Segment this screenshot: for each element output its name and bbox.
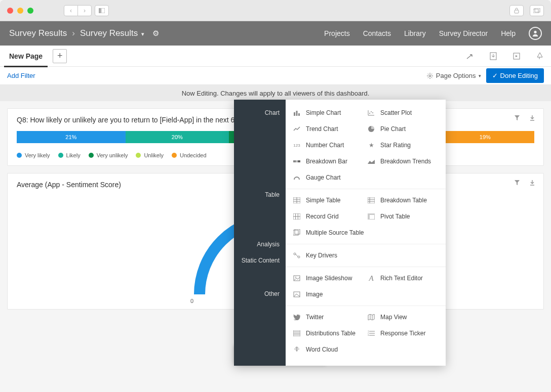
svg-text:3: 3 [368,334,369,336]
theme-icon[interactable] [536,52,544,60]
menu-star-rating[interactable]: ★Star Rating [367,137,439,153]
tabs-button[interactable] [530,5,544,16]
drivers-icon [293,251,301,259]
lock-button[interactable] [509,5,524,16]
avatar[interactable] [529,27,542,40]
menu-breakdown-table[interactable]: Breakdown Table [367,192,439,208]
menu-number-chart[interactable]: 123Number Chart [293,137,364,153]
legend-dot-icon [136,153,141,158]
svg-rect-1 [101,8,105,13]
filter-icon[interactable] [514,180,520,186]
trend-icon [293,125,301,133]
menu-key-drivers[interactable]: Key Drivers [293,247,364,264]
menu-twitter[interactable]: Twitter [293,309,364,325]
add-widget-menu: Chart Table Analysis Static Content Othe… [234,100,446,366]
traffic-lights [7,8,33,14]
close-window-button[interactable] [7,8,13,14]
breakdown-table-icon [367,196,375,204]
bar-chart-icon [293,109,301,117]
legend-item: Unlikely [136,152,164,158]
menu-rich-text[interactable]: ARich Text Editor [367,270,439,286]
share-icon[interactable] [466,52,474,60]
menu-gauge-chart[interactable]: Gauge Chart [293,169,364,186]
legend-item: Undecided [172,152,207,158]
back-button[interactable]: ‹ [64,5,78,16]
legend-label: Likely [66,152,81,158]
slideshow-icon [293,274,301,282]
cat-other: Other [237,288,280,300]
nav-projects[interactable]: Projects [324,29,350,37]
chevron-right-icon: › [72,28,75,38]
svg-rect-4 [535,8,540,12]
nav-contacts[interactable]: Contacts [363,29,391,37]
pie-icon [367,125,375,133]
legend-item: Likely [58,152,81,158]
menu-pie-chart[interactable]: Pie Chart [367,121,439,137]
svg-point-13 [371,111,372,112]
menu-image-slideshow[interactable]: Image Slideshow [293,270,364,286]
breadcrumb-root[interactable]: Survey Results [9,28,67,38]
menu-trend-chart[interactable]: Trend Chart [293,121,364,137]
maximize-window-button[interactable] [27,8,33,14]
cat-chart: Chart [237,107,280,119]
menu-image[interactable]: Image [293,286,364,302]
multi-table-icon [293,229,301,237]
nav-library[interactable]: Library [404,29,426,37]
menu-breakdown-trends[interactable]: Breakdown Trends [367,153,439,169]
legend-dot-icon [172,153,177,158]
svg-rect-0 [99,8,101,13]
legend-item: Very unlikely [89,152,128,158]
chevron-down-icon: ▾ [141,31,144,37]
tab-new-page[interactable]: New Page [4,47,48,67]
breadcrumb-current[interactable]: Survey Results ▾ [80,28,144,38]
menu-record-grid[interactable]: Record Grid [293,208,364,225]
legend-label: Very unlikely [97,152,128,158]
svg-line-38 [296,254,298,256]
export-data-icon[interactable] [513,52,521,60]
legend-dot-icon [58,153,63,158]
gear-icon[interactable]: ⚙ [152,29,159,38]
menu-simple-chart[interactable]: Simple Chart [293,105,364,121]
menu-response-ticker[interactable]: 123 Response Ticker [367,325,439,341]
done-editing-button[interactable]: ✓ Done Editing [486,68,544,83]
add-page-button[interactable]: + [53,49,67,63]
star-icon: ★ [367,141,375,149]
nav-arrows: ‹ › [64,5,92,16]
menu-scatter-plot[interactable]: Scatter Plot [367,105,439,121]
legend-dot-icon [89,153,94,158]
page-options-button[interactable]: Page Options ▾ [426,72,481,79]
legend-label: Unlikely [144,152,164,158]
cat-static: Static Content [237,254,280,267]
legend-dot-icon [17,153,22,158]
svg-rect-18 [298,160,300,162]
gauge-min: 0 [190,298,193,304]
svg-point-12 [369,113,370,114]
editing-banner: Now Editing. Changes will apply to all v… [0,85,551,101]
gauge-icon [293,173,301,182]
nav-survey-director[interactable]: Survey Director [439,29,488,37]
nav-help[interactable]: Help [501,29,516,37]
legend-label: Undecided [180,152,207,158]
svg-rect-10 [296,111,298,116]
forward-button[interactable]: › [77,5,92,16]
breakdown-bar-icon [293,157,301,165]
show-sidebar-button[interactable] [95,5,109,16]
svg-rect-16 [293,160,296,162]
filter-icon[interactable] [514,115,520,121]
export-pdf-icon[interactable] [489,52,497,60]
menu-word-cloud[interactable]: Word Cloud [293,341,364,358]
filter-row: Add Filter Page Options ▾ ✓ Done Editing [0,67,551,85]
breakdown-segment: 21% [17,131,126,143]
menu-breakdown-bar[interactable]: Breakdown Bar [293,153,364,169]
add-filter-link[interactable]: Add Filter [7,72,35,79]
menu-map-view[interactable]: Map View [367,309,439,325]
menu-multi-source-table[interactable]: Multiple Source Table [293,225,364,241]
minimize-window-button[interactable] [17,8,23,14]
menu-pivot-table[interactable]: Pivot Table [367,208,439,225]
window-titlebar: ‹ › [0,0,551,21]
download-icon[interactable] [529,180,535,186]
svg-rect-2 [515,10,519,13]
menu-simple-table[interactable]: Simple Table [293,192,364,208]
download-icon[interactable] [529,115,535,121]
menu-distributions-table[interactable]: Distributions Table [293,325,364,341]
